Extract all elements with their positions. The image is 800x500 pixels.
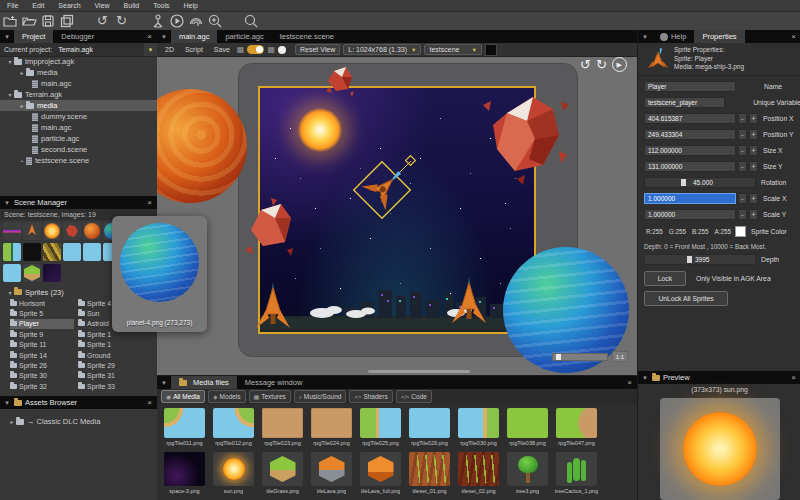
tab-debugger[interactable]: Debugger <box>53 30 102 43</box>
media-item[interactable]: rpgTile023.png <box>260 408 305 446</box>
rotate-cw-icon[interactable]: ↻ <box>596 57 607 72</box>
size-x-input[interactable]: 112.000000 <box>644 145 736 156</box>
player-ship-selection[interactable] <box>337 145 427 235</box>
plus-stepper[interactable]: + <box>749 193 758 204</box>
filter-music-sound[interactable]: ♪Music/Sound <box>294 390 347 403</box>
tab-main-agc[interactable]: main.agc <box>171 30 217 43</box>
expand-icon[interactable]: ▸ <box>18 102 26 109</box>
scene-thumbnail-tile[interactable] <box>83 243 101 261</box>
depth-slider-handle[interactable] <box>687 256 692 263</box>
menu-help[interactable]: Help <box>177 2 205 9</box>
tree-item-terrain[interactable]: ▾Terrain.agk <box>0 89 157 100</box>
media-item[interactable]: rpgTile029.png <box>407 408 452 446</box>
collapse-icon[interactable]: ▾ <box>6 58 14 65</box>
media-item[interactable]: rpgTile012.png <box>211 408 256 446</box>
sprite-item[interactable]: Sprite 1 <box>78 340 154 350</box>
scene-thumbnail-bar[interactable] <box>23 243 41 261</box>
sprite-item[interactable]: Horisont <box>10 298 74 308</box>
media-item[interactable]: tileLava.png <box>309 452 354 494</box>
scale-x-input[interactable]: 1.000000 <box>644 193 736 204</box>
scene-thumbnail-tile[interactable] <box>3 264 21 282</box>
canvas-scrollbar[interactable] <box>368 370 470 373</box>
lock-button[interactable]: Lock <box>644 271 686 286</box>
media-item[interactable]: tileLava_full.png <box>358 452 403 494</box>
scene-thumbnail-orange-planet[interactable] <box>83 222 101 240</box>
search-icon[interactable] <box>242 13 259 29</box>
menu-tools[interactable]: Tools <box>146 2 176 9</box>
scene-thumbnail-tile[interactable] <box>63 243 81 261</box>
zoom-slider[interactable] <box>552 353 608 361</box>
panel-menu-icon[interactable]: ▼ <box>0 200 14 206</box>
tab-particle-agc[interactable]: particle.agc <box>217 30 271 43</box>
media-item[interactable]: rpgTile024.png <box>309 408 354 446</box>
save-all-icon[interactable] <box>58 13 75 29</box>
scene-thumbnail-dark[interactable] <box>43 264 61 282</box>
scale-y-input[interactable]: 1.000000 <box>644 209 736 220</box>
grid-icon[interactable]: ▦ <box>237 45 245 54</box>
media-item[interactable]: space-3.png <box>162 452 207 494</box>
sprite-item[interactable]: Sprite 14 <box>10 350 74 360</box>
rocket-sprite-right[interactable] <box>452 277 486 325</box>
tree-item-media-1[interactable]: ▸media <box>0 67 157 78</box>
minus-stepper[interactable]: - <box>738 113 747 124</box>
tree-item-dummy-scene[interactable]: dummy.scene <box>0 111 157 122</box>
tree-item-tmpproject[interactable]: ▾tmpproject.agk <box>0 56 157 67</box>
sprite-item[interactable]: Sprite 29 <box>78 360 154 370</box>
tab-help[interactable]: Help <box>652 30 694 43</box>
minus-stepper[interactable]: - <box>738 145 747 156</box>
depth-slider[interactable]: 3995 <box>644 254 756 265</box>
close-icon[interactable]: × <box>786 373 800 382</box>
panel-menu-icon[interactable]: ▼ <box>157 380 171 386</box>
undo-icon[interactable]: ↺ <box>94 13 111 29</box>
save-scene-button[interactable]: Save <box>210 45 234 54</box>
close-icon[interactable]: × <box>142 32 157 41</box>
assets-browser-item[interactable]: ▸→ Classic DLC Media <box>0 416 157 427</box>
sprite-item[interactable]: Sprite 11 <box>10 340 74 350</box>
minus-stepper[interactable]: - <box>738 129 747 140</box>
filter-models[interactable]: ◈Models <box>208 390 246 403</box>
tree-item-main-agc-1[interactable]: main.agc <box>0 78 157 89</box>
sprite-color-swatch[interactable] <box>735 226 746 237</box>
expand-icon[interactable]: ▸ <box>18 69 26 76</box>
plus-stepper[interactable]: + <box>749 129 758 140</box>
save-icon[interactable] <box>39 13 56 29</box>
tree-item-main-agc-2[interactable]: main.agc <box>0 122 157 133</box>
media-item[interactable]: tree3.png <box>505 452 550 494</box>
minus-stepper[interactable]: - <box>738 161 747 172</box>
media-item[interactable]: rpgTile038.png <box>505 408 550 446</box>
panel-menu-icon[interactable]: ▼ <box>0 34 14 40</box>
media-item[interactable]: rpgTile011.png <box>162 408 207 446</box>
sprite-item[interactable]: Sprite 26 <box>10 360 74 370</box>
filter-code[interactable]: </>Code <box>396 390 432 403</box>
resolution-dropdown[interactable]: L: 1024x768 (1.33) ▼ <box>343 44 421 55</box>
close-icon[interactable]: × <box>786 32 800 41</box>
close-icon[interactable]: × <box>622 378 637 387</box>
plus-stepper[interactable]: + <box>749 209 758 220</box>
tab-project[interactable]: Project <box>14 30 53 43</box>
scene-thumbnail-camo[interactable] <box>43 243 61 261</box>
media-item[interactable]: rpgTile047.png <box>554 408 599 446</box>
media-item[interactable]: rpgTile025.png <box>358 408 403 446</box>
minus-stepper[interactable]: - <box>738 209 747 220</box>
filter-textures[interactable]: ▦Textures <box>249 390 291 403</box>
position-y-input[interactable]: 249.433304 <box>644 129 736 140</box>
tab-properties[interactable]: Properties <box>694 30 744 43</box>
tab-message-window[interactable]: Message window <box>237 376 311 389</box>
plus-stepper[interactable]: + <box>749 113 758 124</box>
expand-icon[interactable]: ▸ <box>8 418 16 425</box>
open-project-icon[interactable] <box>20 13 37 29</box>
plus-stepper[interactable]: + <box>749 161 758 172</box>
sprite-item[interactable]: Sprite 5 <box>10 308 74 318</box>
panel-menu-icon[interactable]: ▼ <box>157 34 171 40</box>
media-item[interactable]: tileset_02.png <box>456 452 501 494</box>
name-input[interactable]: Player <box>644 81 736 92</box>
close-icon[interactable]: × <box>142 398 157 407</box>
sprite-item[interactable]: Ground <box>78 350 154 360</box>
sprite-item[interactable]: Sprite 32 <box>10 381 74 391</box>
sun-sprite[interactable] <box>298 108 342 152</box>
tree-item-particle-agc[interactable]: particle.agc <box>0 133 157 144</box>
tree-item-second-scene[interactable]: second.scene <box>0 144 157 155</box>
scene-thumbnail-streak[interactable] <box>3 222 21 240</box>
orange-planet-sprite[interactable] <box>157 89 247 203</box>
plus-stepper[interactable]: + <box>749 145 758 156</box>
